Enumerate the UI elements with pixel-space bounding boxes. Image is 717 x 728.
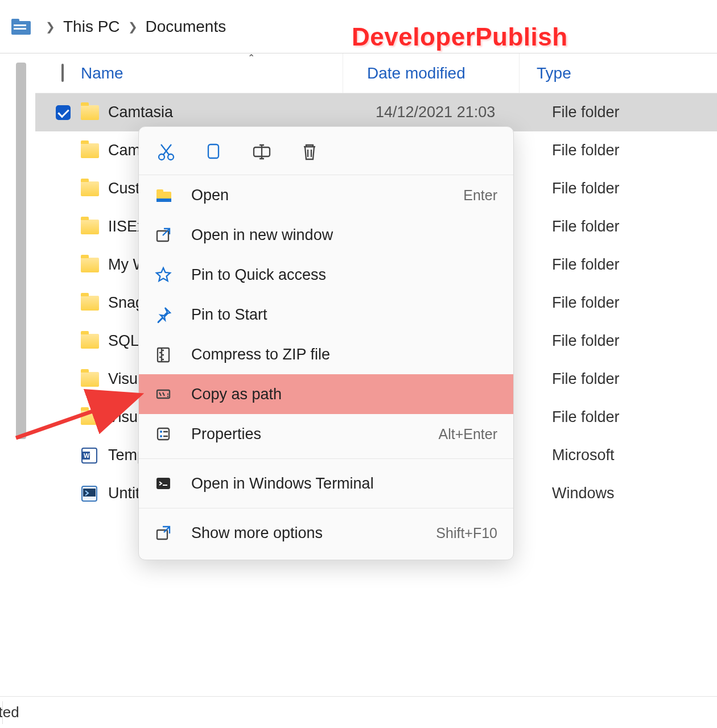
svg-rect-1 [11, 19, 19, 23]
ctx-item-compress-zip[interactable]: Compress to ZIP file [139, 334, 513, 374]
ctx-label: Pin to Start [179, 306, 497, 324]
status-separator [2, 701, 3, 724]
zip-icon [155, 346, 179, 363]
folder-icon [81, 143, 105, 158]
word-doc-icon: W [81, 447, 105, 464]
file-type: Microsoft [552, 446, 717, 464]
file-name: Camtasia [105, 104, 376, 121]
breadcrumb-item-documents[interactable]: Documents [146, 18, 226, 36]
column-header-row: ⌃ Name Date modified Type [35, 53, 717, 93]
svg-rect-16 [157, 231, 168, 241]
ctx-item-show-more[interactable]: Show more options Shift+F10 [139, 513, 513, 553]
nav-scrollbar[interactable] [16, 63, 26, 439]
copy-icon[interactable] [204, 142, 224, 162]
ctx-item-pin-start[interactable]: Pin to Start [139, 295, 513, 334]
chevron-right-icon: ❯ [46, 20, 55, 34]
file-type: File folder [552, 180, 717, 197]
more-icon [155, 524, 179, 541]
ctx-item-properties[interactable]: Properties Alt+Enter [139, 414, 513, 454]
svg-rect-11 [208, 144, 219, 158]
svg-rect-14 [156, 189, 163, 193]
ctx-item-open[interactable]: Open Enter [139, 175, 513, 215]
newwin-icon [155, 226, 179, 243]
pin-icon [155, 306, 179, 323]
file-type: File folder [552, 142, 717, 159]
column-header-name[interactable]: Name [81, 64, 343, 82]
nav-tree-fragment: e o [0, 53, 17, 688]
file-type: File folder [552, 408, 717, 426]
watermark-text: DeveloperPublish [352, 23, 568, 51]
ctx-separator [139, 458, 513, 459]
svg-rect-22 [156, 478, 170, 489]
ctx-item-pin-quick-access[interactable]: Pin to Quick access [139, 255, 513, 295]
chevron-right-icon: ❯ [128, 20, 138, 34]
svg-point-20 [160, 431, 162, 433]
folder-icon [81, 296, 105, 311]
file-type: File folder [552, 332, 717, 350]
svg-rect-3 [14, 28, 26, 30]
folder-location-icon [11, 19, 31, 35]
folder-icon [81, 410, 105, 425]
svg-rect-24 [157, 530, 167, 539]
file-date: 14/12/2021 21:03 [376, 104, 552, 121]
svg-text:W: W [84, 452, 90, 459]
cut-icon[interactable] [156, 142, 176, 162]
row-checkbox[interactable] [56, 105, 71, 120]
ctx-label: Pin to Quick access [179, 266, 497, 284]
ctx-label: Open [179, 187, 463, 204]
folder-icon [81, 105, 105, 120]
folder-icon [81, 220, 105, 234]
breadcrumb-item-thispc[interactable]: This PC [63, 18, 120, 36]
file-type: File folder [552, 256, 717, 274]
ctx-label: Open in Windows Terminal [179, 475, 497, 493]
ctx-label: Copy as path [179, 386, 497, 403]
select-all-checkbox[interactable] [61, 65, 64, 81]
star-icon [155, 266, 179, 283]
ctx-accel: Enter [463, 187, 497, 204]
file-type: File folder [552, 370, 717, 388]
delete-icon[interactable] [299, 142, 320, 162]
svg-rect-2 [14, 24, 26, 26]
status-bar: ected [0, 696, 717, 728]
column-header-date[interactable]: Date modified [367, 64, 465, 82]
open-icon [155, 186, 179, 204]
status-selected-text: ected [0, 704, 19, 721]
terminal-icon [155, 475, 179, 492]
context-toolbar [139, 134, 513, 175]
file-type: Windows [552, 485, 717, 502]
props-icon [155, 425, 179, 442]
ctx-item-open-new-window[interactable]: Open in new window [139, 215, 513, 255]
ctx-item-open-terminal[interactable]: Open in Windows Terminal [139, 464, 513, 503]
powershell-file-icon [81, 485, 105, 502]
path-icon [155, 386, 179, 403]
svg-rect-19 [158, 428, 169, 440]
rename-icon[interactable] [252, 142, 272, 162]
folder-icon [81, 372, 105, 387]
folder-icon [81, 181, 105, 196]
file-row[interactable]: Camtasia 14/12/2021 21:03 File folder [35, 93, 717, 131]
ctx-item-copy-as-path[interactable]: Copy as path [139, 374, 513, 414]
ctx-label: Show more options [179, 524, 436, 542]
ctx-accel: Shift+F10 [436, 525, 497, 541]
svg-rect-8 [83, 489, 96, 497]
svg-rect-15 [156, 198, 171, 202]
ctx-label: Properties [179, 425, 438, 443]
file-type: File folder [552, 294, 717, 312]
ctx-label: Open in new window [179, 226, 497, 244]
context-menu: Open Enter Open in new window Pin to Qui… [138, 126, 514, 560]
ctx-accel: Alt+Enter [438, 426, 497, 442]
svg-rect-23 [163, 485, 167, 486]
file-type: File folder [552, 104, 717, 121]
folder-icon [81, 334, 105, 349]
column-header-type[interactable]: Type [537, 64, 571, 82]
svg-point-9 [159, 154, 164, 160]
folder-icon [81, 258, 105, 272]
ctx-separator [139, 508, 513, 508]
ctx-label: Compress to ZIP file [179, 346, 497, 363]
svg-point-10 [168, 154, 174, 160]
file-type: File folder [552, 218, 717, 235]
svg-point-21 [160, 435, 162, 437]
sort-caret-icon: ⌃ [248, 52, 255, 63]
